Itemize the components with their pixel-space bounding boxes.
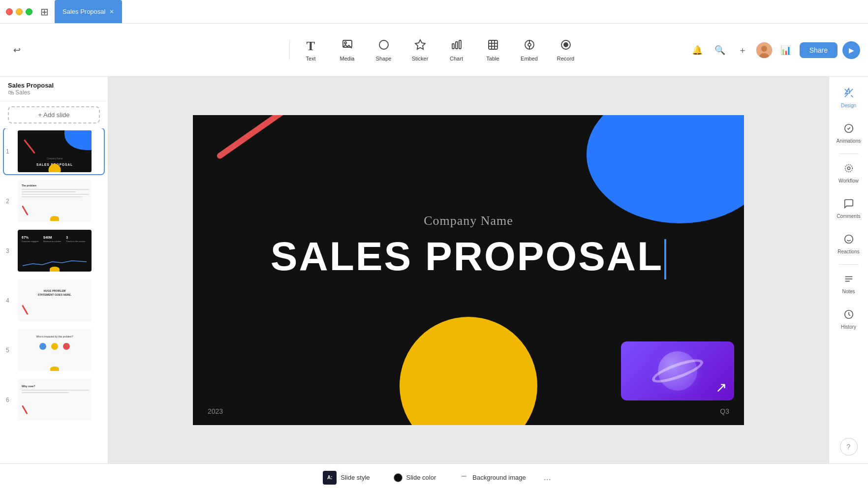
- traffic-lights: [6, 8, 32, 15]
- embed-tool-button[interactable]: Embed: [512, 31, 547, 70]
- record-tool-button[interactable]: Record: [549, 31, 583, 70]
- slide-number-6: 6: [6, 397, 14, 403]
- left-panel: Sales Proposal 🛍 Sales + Add slide 1 Com…: [0, 77, 108, 463]
- chart-tool-label: Chart: [450, 56, 463, 61]
- breadcrumb: Sales Proposal 🛍 Sales: [0, 77, 108, 101]
- tab-close-icon[interactable]: ✕: [109, 8, 114, 15]
- slide-item-6[interactable]: 6 Why now?: [4, 377, 104, 423]
- minimize-traffic-light[interactable]: [16, 8, 23, 15]
- close-traffic-light[interactable]: [6, 8, 13, 15]
- slide-number-1: 1: [6, 148, 14, 155]
- blue-blob: [587, 115, 744, 223]
- slide-color-label: Slide color: [406, 474, 436, 481]
- main-tab[interactable]: Sales Proposal ✕: [55, 0, 122, 23]
- table-icon: [487, 39, 499, 54]
- shape-icon: [378, 39, 390, 54]
- reactions-icon: [843, 234, 854, 247]
- workflow-tool[interactable]: Workflow: [832, 156, 866, 190]
- design-label: Design: [841, 103, 856, 108]
- slide-number-2: 2: [6, 198, 14, 205]
- workflow-icon: [843, 163, 854, 176]
- animations-icon: [843, 123, 854, 136]
- background-image-icon: [460, 472, 468, 483]
- breadcrumb-subtitle: 🛍 Sales: [8, 89, 100, 96]
- company-name: Company Name: [193, 214, 744, 228]
- slide-canvas[interactable]: Company Name SALES PROPOSAL ↗ 2023 Q3: [193, 115, 744, 425]
- slide-item-1[interactable]: 1 Company Name SALES PROPOSAL: [4, 128, 104, 174]
- shape-tool-button[interactable]: Shape: [367, 31, 401, 70]
- right-divider-2: [839, 264, 859, 265]
- help-button[interactable]: ?: [840, 438, 858, 456]
- animations-tool[interactable]: Animations: [832, 116, 866, 151]
- notification-button[interactable]: 🔔: [688, 41, 706, 59]
- undo-button[interactable]: ↩: [8, 41, 26, 59]
- history-tool[interactable]: History: [832, 302, 866, 337]
- share-button[interactable]: Share: [800, 42, 837, 58]
- table-tool-button[interactable]: Table: [476, 31, 510, 70]
- slide-thumbnail-6: Why now?: [18, 379, 92, 421]
- slide-item-5[interactable]: 5 Who is impacted by this problem?: [4, 327, 104, 373]
- fullscreen-traffic-light[interactable]: [26, 8, 32, 15]
- red-line: [216, 115, 348, 160]
- reactions-tool[interactable]: Reactions: [832, 227, 866, 261]
- text-icon: T: [307, 39, 315, 54]
- slide-style-icon: A:: [323, 471, 337, 485]
- svg-point-16: [564, 43, 568, 47]
- notes-tool[interactable]: Notes: [832, 267, 866, 301]
- slide-style-tool[interactable]: A: Slide style: [317, 468, 375, 488]
- analytics-button[interactable]: 📊: [777, 41, 795, 59]
- main-area: Sales Proposal 🛍 Sales + Add slide 1 Com…: [0, 77, 868, 463]
- background-image-tool[interactable]: Background image: [454, 469, 531, 486]
- svg-rect-4: [456, 42, 458, 49]
- media-tool-button[interactable]: Media: [330, 31, 365, 70]
- right-divider-1: [839, 153, 859, 154]
- slide-item-3[interactable]: 3 67%Customer engaged $40MRevenue as sol…: [4, 228, 104, 274]
- tab-title: Sales Proposal: [62, 8, 105, 15]
- play-button[interactable]: ▶: [842, 41, 860, 59]
- history-icon: [843, 309, 854, 322]
- breadcrumb-title: Sales Proposal: [8, 82, 100, 89]
- design-icon: [843, 88, 854, 101]
- right-panel: Design Animations Workflow: [829, 77, 868, 463]
- sticker-tool-button[interactable]: Sticker: [403, 31, 437, 70]
- main-title: SALES PROPOSAL: [193, 233, 744, 279]
- slide-list: 1 Company Name SALES PROPOSAL 2: [0, 128, 108, 463]
- svg-point-21: [845, 165, 852, 172]
- canvas-area[interactable]: Company Name SALES PROPOSAL ↗ 2023 Q3: [108, 77, 829, 463]
- svg-point-22: [844, 235, 853, 244]
- table-tool-label: Table: [486, 56, 499, 61]
- shape-tool-label: Shape: [376, 56, 392, 61]
- text-tool-button[interactable]: T Text: [294, 31, 328, 70]
- add-slide-button[interactable]: + Add slide: [8, 106, 100, 123]
- slide-item-4[interactable]: 4 HUGE PROBLEMSTATEMENT GOES HERE.: [4, 277, 104, 323]
- search-button[interactable]: 🔍: [711, 41, 729, 59]
- media-tool-label: Media: [340, 56, 355, 61]
- svg-point-2: [379, 40, 388, 49]
- svg-point-20: [847, 167, 850, 170]
- media-icon: [341, 39, 353, 54]
- app-grid-icon[interactable]: ⊞: [40, 6, 49, 18]
- slide-thumbnail-1: Company Name SALES PROPOSAL: [18, 130, 92, 172]
- more-button[interactable]: ...: [544, 472, 551, 483]
- design-tool[interactable]: Design: [832, 81, 866, 115]
- comments-tool[interactable]: Comments: [832, 191, 866, 226]
- slide-year: 2023: [208, 407, 223, 415]
- record-tool-label: Record: [557, 56, 574, 61]
- toolbar-separator: [289, 40, 290, 60]
- slide-item-2[interactable]: 2 The problem: [4, 178, 104, 224]
- embed-icon: [524, 39, 535, 54]
- reactions-label: Reactions: [837, 249, 859, 254]
- chart-tool-button[interactable]: Chart: [439, 31, 474, 70]
- slide-thumbnail-2: The problem: [18, 180, 92, 222]
- notes-icon: [843, 274, 854, 287]
- slide-number-5: 5: [6, 347, 14, 354]
- purple-sticker: ↗: [621, 341, 734, 400]
- sticker-icon: [414, 39, 426, 54]
- yellow-circle: [400, 317, 537, 425]
- planet-ring: [650, 355, 706, 387]
- slide-color-tool[interactable]: Slide color: [388, 470, 442, 485]
- planet-graphic: [658, 351, 697, 391]
- tab-bar: Sales Proposal ✕: [55, 0, 122, 23]
- notes-label: Notes: [842, 289, 855, 294]
- add-button[interactable]: ＋: [734, 41, 751, 59]
